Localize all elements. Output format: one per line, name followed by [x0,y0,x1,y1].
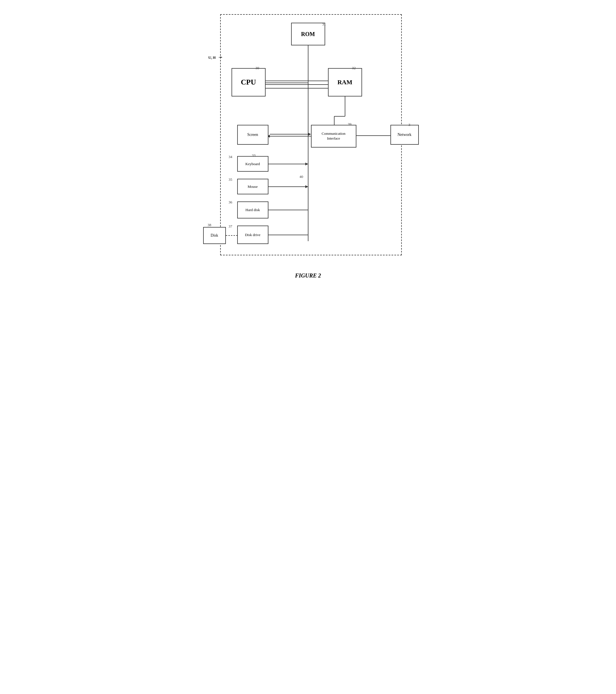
ref-34: 34 [229,154,232,159]
ref-30: 30 [256,66,259,70]
ram-label: RAM [337,78,352,86]
ref-36: 36 [229,200,232,205]
box-mouse: Mouse [237,179,268,194]
box-rom: ROM [291,23,325,45]
ref-35: 35 [229,177,232,182]
ref-39: 39 [348,122,351,127]
screen-label: Screen [247,132,258,137]
ref-40: 40 [300,175,303,179]
mouse-label: Mouse [248,184,258,189]
ref-33: 33 [252,153,256,158]
figure-caption: FIGURE 2 [203,272,413,279]
box-comm-interface: Communication Interface [311,125,356,148]
cpu-label: CPU [241,78,256,87]
network-label: Network [398,132,412,137]
ref-32: 32 [352,66,356,70]
uh-annotation: U, H [208,55,215,60]
ref-37: 37 [229,224,232,229]
page-container: U, H [198,6,419,285]
box-cpu: CPU [232,68,266,96]
box-network: Network [391,125,419,145]
ref-31: 31 [322,22,326,27]
box-ram: RAM [328,68,362,96]
box-keyboard: Keyboard [237,156,268,172]
box-screen: Screen [237,125,268,145]
box-diskdrive: Disk drive [237,225,268,244]
rom-label: ROM [301,31,315,37]
diagram-wrapper: U, H [203,11,413,267]
ref-3: 3 [409,123,411,127]
box-disk: Disk [203,227,226,244]
comm-label: Communication Interface [322,131,346,141]
harddisk-label: Hard disk [246,208,260,212]
ref-38: 38 [208,223,211,227]
box-harddisk: Hard disk [237,201,268,218]
diskdrive-label: Disk drive [245,233,260,237]
disk-label: Disk [211,233,218,238]
keyboard-label: Keyboard [246,162,260,166]
